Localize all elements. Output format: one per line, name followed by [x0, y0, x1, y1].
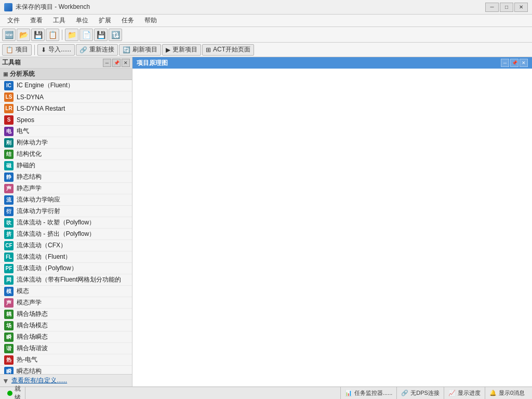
rigid-dynamics-label: 刚体动力学 — [17, 138, 48, 147]
update-project-button[interactable]: ▶ 更新项目 — [162, 44, 201, 56]
list-item[interactable]: 电 电气 — [0, 126, 132, 137]
toolbox-header: 工具箱 ─ 📌 ✕ — [0, 57, 132, 69]
menu-help[interactable]: 帮助 — [139, 15, 162, 26]
list-item[interactable]: 结 结构优化 — [0, 149, 132, 160]
section-header-analysis[interactable]: ▣ 分析系统 — [0, 69, 132, 80]
fluid-mesh-icon: 网 — [4, 275, 14, 285]
reconnect-icon: 🔗 — [79, 46, 87, 54]
list-item[interactable]: S Speos — [0, 114, 132, 126]
list-item[interactable]: IC IC Engine（Fluent） — [0, 80, 132, 91]
electric-label: 电气 — [17, 127, 29, 136]
magneto-label: 静磁的 — [17, 161, 35, 170]
new-button[interactable]: 🆕 — [2, 29, 16, 41]
screenshot-button[interactable]: 🔃 — [109, 29, 122, 41]
fluid-fluent-icon: FL — [4, 252, 14, 262]
coupled-transient-icon: 瞬 — [4, 332, 14, 342]
view-all-button[interactable]: 查看所有/自定义...... — [11, 376, 130, 385]
menu-tools[interactable]: 工具 — [48, 15, 71, 26]
minimize-button[interactable]: ─ — [485, 3, 499, 12]
coupled-static-icon: 耦 — [4, 310, 14, 319]
list-item[interactable]: 网 流体流动（带有Fluent网格划分功能的 — [0, 274, 132, 286]
toolbox-list[interactable]: ▣ 分析系统 IC IC Engine（Fluent） LS LS-DYNA L… — [0, 69, 132, 374]
open-button[interactable]: 📂 — [17, 29, 30, 41]
fluid-mesh-label: 流体流动（带有Fluent网格划分功能的 — [17, 275, 121, 284]
list-item[interactable]: 衍 流体动力学衍射 — [0, 206, 132, 217]
list-item[interactable]: 刚 刚体动力学 — [0, 137, 132, 149]
refresh-project-button[interactable]: 🔄 刷新项目 — [119, 44, 161, 56]
title-bar: 未保存的项目 - Workbench ─ □ ✕ — [0, 0, 532, 15]
import-button[interactable]: ⬇ 导入...... — [37, 44, 75, 56]
static-acoustics-label: 静态声学 — [17, 184, 42, 193]
list-item[interactable]: 模 模态 — [0, 286, 132, 297]
messages-icon: 🔔 — [489, 390, 497, 396]
ls-dyna-label: LS-DYNA — [17, 94, 44, 101]
list-item[interactable]: 瞬 瞬态结构 — [0, 366, 132, 374]
menu-units[interactable]: 单位 — [71, 15, 94, 26]
list-item[interactable]: 挤 流体流动 - 挤出（Polyflow） — [0, 229, 132, 240]
maximize-button[interactable]: □ — [500, 3, 513, 12]
menu-view[interactable]: 查看 — [25, 15, 48, 26]
close-button[interactable]: ✕ — [514, 3, 528, 12]
save-button[interactable]: 💾 — [31, 29, 45, 41]
project-header-controls: ─ 📌 ✕ — [501, 59, 528, 67]
fluid-cfx-label: 流体流动（CFX） — [17, 241, 66, 250]
task-monitor-label: 任务监控器...... — [354, 389, 392, 397]
list-item[interactable]: 热 热-电气 — [0, 354, 132, 366]
project-tab[interactable]: 📋 项目 — [2, 44, 32, 56]
progress-icon: 📈 — [448, 390, 456, 396]
list-item[interactable]: 声 静态声学 — [0, 183, 132, 194]
save2-button[interactable]: 💾 — [94, 29, 108, 41]
menu-extensions[interactable]: 扩展 — [94, 15, 116, 26]
list-item[interactable]: 吹 流体流动 - 吹塑（Polyflow） — [0, 217, 132, 229]
show-progress-button[interactable]: 📈 显示进度 — [444, 387, 485, 400]
project-button[interactable]: 📁 — [65, 29, 78, 41]
list-item[interactable]: PF 流体流动（Polyflow） — [0, 263, 132, 274]
project-pin-button[interactable]: 📌 — [510, 59, 518, 67]
modal-label: 模态 — [17, 287, 29, 296]
status-ready: 就绪 — [3, 387, 25, 399]
project-close-button[interactable]: ✕ — [520, 59, 528, 67]
fluid-blow-icon: 吹 — [4, 218, 14, 228]
reconnect-button[interactable]: 🔗 重新连接 — [76, 44, 118, 56]
list-item[interactable]: 瞬 耦合场瞬态 — [0, 331, 132, 343]
thermo-electric-label: 热-电气 — [17, 355, 37, 364]
list-item[interactable]: CF 流体流动（CFX） — [0, 240, 132, 251]
reconnect-label: 重新连接 — [89, 45, 114, 54]
ls-dyna-restart-label: LS-DYNA Restart — [17, 105, 65, 112]
toolbox-minimize-button[interactable]: ─ — [103, 59, 111, 67]
toolbox-title: 工具箱 — [2, 58, 21, 67]
project-tab-icon: 📋 — [6, 46, 14, 54]
task-monitor-button[interactable]: 📊 任务监控器...... — [340, 387, 396, 400]
fluid-dynamics2-label: 流体动力学衍射 — [17, 207, 60, 216]
list-item[interactable]: 耦 耦合场静态 — [0, 309, 132, 320]
act-label: ACT开始页面 — [213, 45, 250, 54]
coupled-harmonic-icon: 谐 — [4, 344, 14, 353]
saveas-button[interactable]: 📋 — [46, 29, 59, 41]
show-messages-button[interactable]: 🔔 显示0消息 — [485, 387, 529, 400]
list-item[interactable]: 流 流体动力学响应 — [0, 194, 132, 206]
project-minimize-button[interactable]: ─ — [501, 59, 509, 67]
toolbox-close-button[interactable]: ✕ — [122, 59, 130, 67]
list-item[interactable]: 磁 静磁的 — [0, 160, 132, 171]
title-bar-left: 未保存的项目 - Workbench — [4, 3, 90, 11]
list-item[interactable]: LS LS-DYNA — [0, 91, 132, 103]
menu-file[interactable]: 文件 — [2, 15, 25, 26]
act-home-button[interactable]: ⊞ ACT开始页面 — [202, 44, 254, 56]
fluid-polyflow-label: 流体流动（Polyflow） — [17, 264, 77, 273]
list-item[interactable]: FL 流体流动（Fluent） — [0, 251, 132, 263]
project-tab-label: 项目 — [16, 45, 28, 54]
static-acoustics-icon: 声 — [4, 184, 14, 193]
update-label: 更新项目 — [172, 45, 197, 54]
list-item[interactable]: 静 静态结构 — [0, 171, 132, 183]
toolbox-pin-button[interactable]: 📌 — [112, 59, 121, 67]
list-item[interactable]: 声 模态声学 — [0, 297, 132, 309]
title-bar-controls: ─ □ ✕ — [485, 3, 528, 12]
import-label: 导入...... — [48, 45, 71, 54]
clipboard-button[interactable]: 📄 — [79, 29, 93, 41]
list-item[interactable]: LR LS-DYNA Restart — [0, 103, 132, 114]
menu-tasks[interactable]: 任务 — [116, 15, 139, 26]
list-item[interactable]: 谐 耦合场谐波 — [0, 343, 132, 354]
dps-connect-button[interactable]: 🔗 无DPS连接 — [396, 387, 444, 400]
list-item[interactable]: 场 耦合场模态 — [0, 320, 132, 331]
section-label-analysis: 分析系统 — [10, 70, 35, 78]
